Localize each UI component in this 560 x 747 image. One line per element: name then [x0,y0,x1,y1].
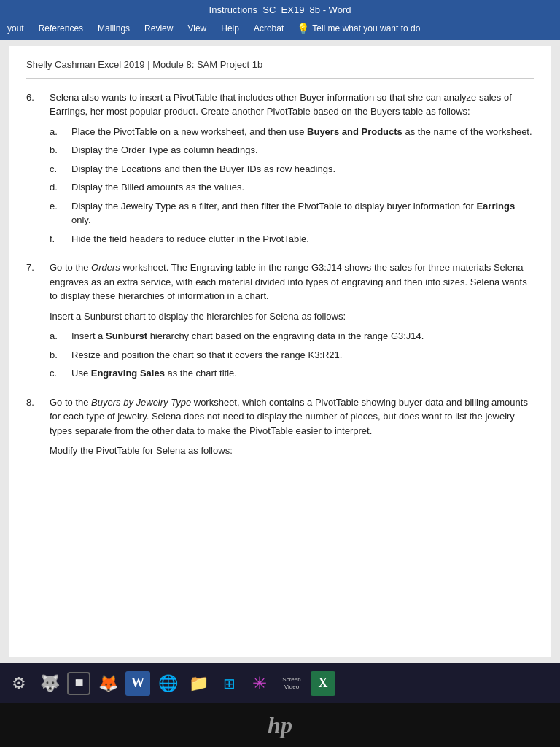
item-number-8: 8. [26,395,41,464]
sub-letter-b: b. [50,143,63,158]
sub-7b-content: Resize and position the chart so that it… [71,348,534,363]
title-text: Instructions_SC_EX19_8b - Word [209,4,351,15]
menu-view[interactable]: View [180,21,214,36]
menu-mailings[interactable]: Mailings [90,21,137,36]
sub-6a-content: Place the PivotTable on a new worksheet,… [71,125,534,139]
page-header-text: Shelly Cashman Excel 2019 | Module 8: SA… [26,59,262,70]
word-icon-label: W [131,676,144,691]
item-8-intro: Go to the Buyers by Jewelry Type workshe… [50,395,534,438]
item-7-intro2: Insert a Sunburst chart to display the h… [50,309,534,324]
wolf-icon[interactable]: 🐺 [36,670,63,697]
screen-video-icon[interactable]: ScreenVideo [277,670,306,697]
item-7-intro: Go to the Orders worksheet. The Engravin… [50,260,534,303]
item-6-content: Selena also wants to insert a PivotTable… [50,90,534,251]
list-item: c. Use Engraving Sales as the chart titl… [50,366,534,381]
list-item: c. Display the Locations and then the Bu… [50,162,534,177]
lightbulb-icon: 💡 [297,23,309,34]
list-item: a. Insert a Sunburst hierarchy chart bas… [50,329,534,344]
item-7-content: Go to the Orders worksheet. The Engravin… [50,260,534,385]
sub-letter-7c: c. [50,366,63,381]
word-icon[interactable]: W [125,671,150,696]
item-7-sub-list: a. Insert a Sunburst hierarchy chart bas… [50,329,534,381]
list-item: 6. Selena also wants to insert a PivotTa… [26,90,534,251]
menu-review[interactable]: Review [137,21,180,36]
sub-letter-a: a. [50,125,63,139]
page-header: Shelly Cashman Excel 2019 | Module 8: SA… [26,58,534,79]
excel-icon[interactable]: X [311,671,335,696]
list-item: b. Resize and position the chart so that… [50,348,534,363]
menu-help[interactable]: Help [214,21,246,36]
menu-acrobat[interactable]: Acrobat [246,21,291,36]
sub-letter-f: f. [50,232,63,247]
firefox-icon[interactable]: 🦊 [95,670,121,697]
menu-references[interactable]: References [31,21,90,36]
settings-icon[interactable]: ⚙ [6,670,32,697]
sub-6b-content: Display the Order Type as column heading… [71,143,534,158]
edge-icon[interactable]: 🌐 [155,670,181,697]
sub-letter-c: c. [50,162,63,177]
sub-letter-7a: a. [50,329,63,344]
list-item: 8. Go to the Buyers by Jewelry Type work… [26,395,534,464]
asterisk-icon[interactable]: ✳ [246,670,273,697]
hp-logo: hp [268,712,292,739]
menu-layout[interactable]: yout [0,21,31,36]
tell-me-text: Tell me what you want to do [312,23,420,34]
item-8-content: Go to the Buyers by Jewelry Type workshe… [50,395,534,464]
item-number-7: 7. [26,260,41,385]
screen-video-label: ScreenVideo [282,676,300,690]
list-item: f. Hide the field headers to reduce clut… [50,232,534,247]
list-item: 7. Go to the Orders worksheet. The Engra… [26,260,534,385]
item-6-sub-list: a. Place the PivotTable on a new workshe… [50,125,534,247]
item-number-6: 6. [26,90,41,251]
taskbar: ⚙ 🐺 ⬜ 🦊 W 🌐 📁 ⊞ ✳ ScreenVideo X [0,663,560,703]
sub-7a-content: Insert a Sunburst hierarchy chart based … [71,329,534,344]
sub-7c-content: Use Engraving Sales as the chart title. [71,366,534,381]
item-8-intro2: Modify the PivotTable for Selena as foll… [50,444,534,458]
list-item: e. Display the Jewelry Type as a filter,… [50,199,534,228]
list-item: a. Place the PivotTable on a new workshe… [50,125,534,139]
item-6-intro: Selena also wants to insert a PivotTable… [50,90,534,119]
title-bar: Instructions_SC_EX19_8b - Word [0,0,560,20]
windows-store-icon[interactable]: ⊞ [216,670,242,697]
document-area: Shelly Cashman Excel 2019 | Module 8: SA… [0,40,560,663]
sub-6f-content: Hide the field headers to reduce clutter… [71,232,534,247]
sub-letter-7b: b. [50,348,63,363]
sub-letter-e: e. [50,199,63,228]
sub-6e-content: Display the Jewelry Type as a filter, an… [71,199,534,228]
instruction-list: 6. Selena also wants to insert a PivotTa… [26,90,534,464]
excel-icon-label: X [319,676,328,691]
tell-me-container[interactable]: 💡 Tell me what you want to do [297,23,420,34]
list-item: d. Display the Billed amounts as the val… [50,180,534,195]
folder-icon[interactable]: 📁 [185,670,211,697]
sub-6c-content: Display the Locations and then the Buyer… [71,162,534,177]
page-content: Shelly Cashman Excel 2019 | Module 8: SA… [9,46,551,657]
sub-letter-d: d. [50,180,63,195]
hp-area: hp [0,703,560,747]
sub-6d-content: Display the Billed amounts as the values… [71,180,534,195]
menu-bar: yout References Mailings Review View Hel… [0,20,560,40]
list-item: b. Display the Order Type as column head… [50,143,534,158]
desktop-icon[interactable]: ⬜ [67,672,90,695]
